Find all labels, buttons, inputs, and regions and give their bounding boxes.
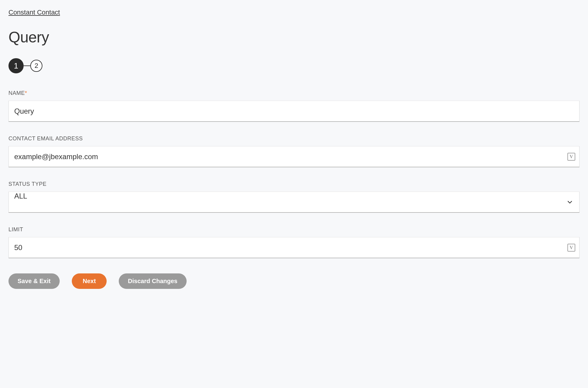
required-mark: *	[25, 90, 27, 96]
input-email[interactable]	[8, 146, 580, 167]
step-connector	[24, 65, 30, 66]
button-row: Save & Exit Next Discard Changes	[8, 273, 580, 289]
label-status: STATUS TYPE	[8, 181, 580, 187]
step-2[interactable]: 2	[30, 60, 42, 72]
select-status[interactable]: ALL	[8, 192, 580, 213]
next-button[interactable]: Next	[72, 273, 107, 289]
field-name: NAME*	[8, 90, 580, 122]
label-limit: LIMIT	[8, 226, 580, 233]
discard-button[interactable]: Discard Changes	[119, 273, 186, 289]
page-title: Query	[8, 28, 580, 46]
stepper: 1 2	[8, 58, 580, 73]
label-email: CONTACT EMAIL ADDRESS	[8, 135, 580, 142]
variable-icon[interactable]: V	[567, 244, 575, 252]
label-name-text: NAME	[8, 90, 25, 96]
input-name[interactable]	[8, 101, 580, 122]
field-email: CONTACT EMAIL ADDRESS V	[8, 135, 580, 167]
step-1[interactable]: 1	[8, 58, 24, 73]
field-limit: LIMIT V	[8, 226, 580, 258]
save-exit-button[interactable]: Save & Exit	[8, 273, 60, 289]
breadcrumb-link[interactable]: Constant Contact	[8, 8, 60, 16]
label-name: NAME*	[8, 90, 580, 96]
variable-icon[interactable]: V	[567, 153, 575, 161]
field-status: STATUS TYPE ALL	[8, 181, 580, 213]
input-limit[interactable]	[8, 237, 580, 258]
